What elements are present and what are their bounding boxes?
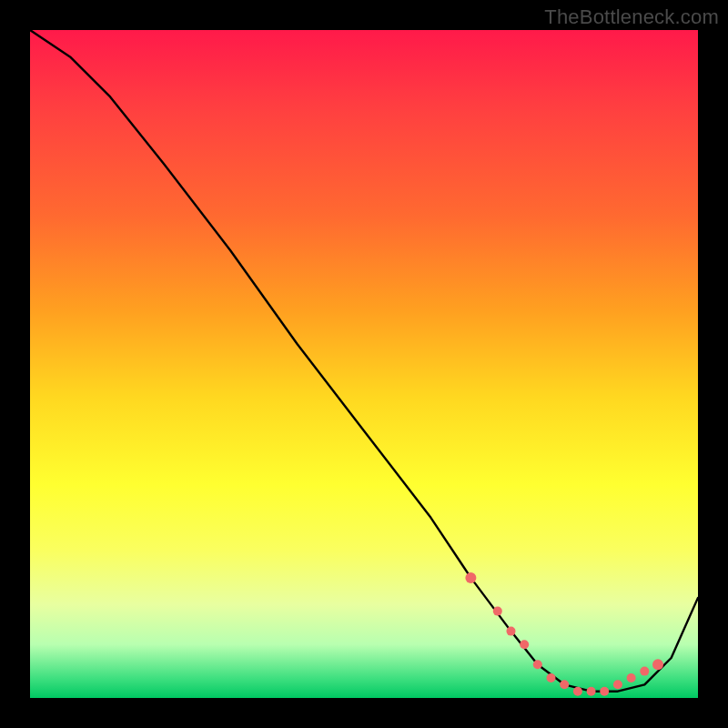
marker-dot bbox=[547, 673, 556, 682]
marker-dot bbox=[587, 687, 596, 696]
watermark-text: TheBottleneck.com bbox=[544, 5, 719, 29]
chart-plot-area bbox=[30, 30, 698, 698]
marker-dot bbox=[533, 660, 542, 669]
marker-dot bbox=[520, 640, 529, 649]
marker-dot bbox=[573, 687, 582, 696]
marker-dot bbox=[493, 607, 502, 616]
marker-dot bbox=[627, 673, 636, 682]
marker-dot bbox=[600, 687, 609, 696]
marker-dot bbox=[465, 572, 476, 583]
marker-dot bbox=[640, 667, 649, 676]
bottleneck-curve bbox=[30, 30, 698, 692]
marker-dot bbox=[652, 659, 663, 670]
marker-dot bbox=[560, 680, 569, 689]
flat-region-markers bbox=[465, 572, 663, 696]
marker-dot bbox=[613, 680, 622, 689]
chart-svg bbox=[30, 30, 698, 698]
marker-dot bbox=[507, 627, 516, 636]
chart-frame: TheBottleneck.com bbox=[0, 0, 728, 728]
